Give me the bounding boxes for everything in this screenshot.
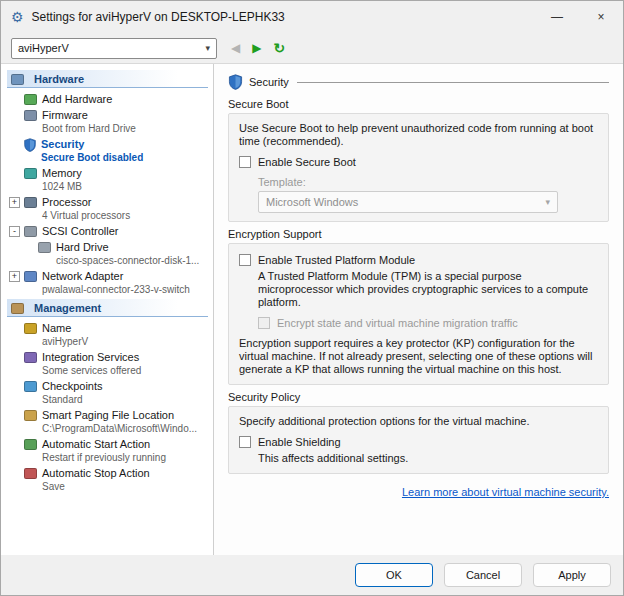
key-protector-description: Encryption support requires a key protec…	[239, 337, 598, 376]
item-label: Automatic Stop Action	[42, 466, 150, 480]
item-label: Automatic Start Action	[42, 437, 166, 451]
sidebar-item-scsi-controller[interactable]: - SCSI Controller	[7, 223, 208, 239]
checkpoints-icon	[24, 381, 37, 392]
auto-stop-icon	[24, 468, 37, 479]
panel-title: Security	[249, 76, 289, 88]
management-section-icon	[11, 303, 24, 314]
learn-more-link[interactable]: Learn more about virtual machine securit…	[402, 486, 609, 498]
header-divider	[297, 82, 609, 83]
sidebar-item-firmware[interactable]: Firmware Boot from Hard Drive	[7, 107, 208, 136]
sidebar-item-memory[interactable]: Memory 1024 MB	[7, 165, 208, 194]
secure-boot-group: Use Secure Boot to help prevent unauthor…	[228, 113, 609, 222]
item-sublabel: cisco-spaces-connector-disk-1...	[56, 254, 199, 267]
enable-secure-boot-checkbox[interactable]: Enable Secure Boot	[239, 156, 598, 168]
refresh-button[interactable]: ↻	[273, 40, 285, 56]
template-label: Template:	[258, 176, 598, 188]
settings-window: ⚙ Settings for aviHyperV on DESKTOP-LEPH…	[0, 0, 624, 596]
item-label: Add Hardware	[42, 92, 112, 106]
item-label: Processor	[42, 195, 130, 209]
sidebar-item-network-adapter[interactable]: + Network Adapter pwalawal-connector-233…	[7, 268, 208, 297]
security-settings-panel: Security Secure Boot Use Secure Boot to …	[214, 64, 623, 555]
content-area: Hardware Add Hardware Firmware Boot from…	[1, 63, 623, 555]
shield-icon	[228, 74, 243, 90]
item-sublabel: 4 Virtual processors	[42, 209, 130, 222]
nav-forward-button[interactable]: ▶	[252, 41, 261, 55]
sidebar-item-auto-stop-action[interactable]: Automatic Stop Action Save	[7, 465, 208, 494]
item-label: Memory	[42, 166, 82, 180]
shielding-note: This affects additional settings.	[258, 452, 598, 465]
checkbox-icon	[239, 254, 251, 266]
security-shield-icon	[23, 138, 37, 152]
sidebar-item-hard-drive[interactable]: Hard Drive cisco-spaces-connector-disk-1…	[21, 239, 208, 268]
item-sublabel: C:\ProgramData\Microsoft\Windo...	[42, 422, 197, 435]
checkbox-label: Enable Shielding	[258, 436, 341, 448]
template-value: Microsoft Windows	[266, 196, 358, 208]
security-header: Security	[228, 74, 609, 90]
item-sublabel: Restart if previously running	[42, 451, 166, 464]
settings-tree: Hardware Add Hardware Firmware Boot from…	[1, 64, 214, 555]
sidebar-item-smart-paging[interactable]: Smart Paging File Location C:\ProgramDat…	[7, 407, 208, 436]
sidebar-item-integration-services[interactable]: Integration Services Some services offer…	[7, 349, 208, 378]
sidebar-item-name[interactable]: Name aviHyperV	[7, 320, 208, 349]
section-label: Hardware	[34, 73, 84, 85]
sidebar-item-add-hardware[interactable]: Add Hardware	[7, 91, 208, 107]
processor-icon	[24, 197, 37, 208]
apply-button[interactable]: Apply	[533, 563, 611, 587]
item-label: Name	[42, 321, 88, 335]
close-button[interactable]: ×	[579, 1, 623, 33]
item-label: Network Adapter	[42, 269, 190, 283]
item-sublabel: Save	[42, 480, 150, 493]
chevron-down-icon: ▾	[205, 43, 210, 53]
cancel-button[interactable]: Cancel	[444, 563, 522, 587]
expand-toggle[interactable]: +	[9, 271, 20, 282]
scsi-controller-icon	[24, 226, 37, 237]
item-sublabel: aviHyperV	[42, 335, 88, 348]
template-dropdown: Microsoft Windows ▾	[258, 191, 558, 213]
enable-shielding-checkbox[interactable]: Enable Shielding	[239, 436, 598, 448]
secure-boot-description: Use Secure Boot to help prevent unauthor…	[239, 122, 598, 148]
security-policy-group: Specify additional protection options fo…	[228, 406, 609, 474]
sidebar-item-processor[interactable]: + Processor 4 Virtual processors	[7, 194, 208, 223]
dialog-footer: OK Cancel Apply	[1, 555, 623, 595]
checkbox-icon	[239, 436, 251, 448]
item-label: Integration Services	[42, 350, 141, 364]
item-sublabel: Some services offered	[42, 364, 141, 377]
item-label: Checkpoints	[42, 379, 103, 393]
item-sublabel: 1024 MB	[42, 180, 82, 193]
encrypt-traffic-checkbox: Encrypt state and virtual machine migrat…	[258, 317, 598, 329]
chevron-down-icon: ▾	[545, 197, 550, 207]
section-label: Management	[34, 302, 101, 314]
memory-icon	[24, 168, 37, 179]
integration-services-icon	[24, 352, 37, 363]
item-label: SCSI Controller	[42, 224, 118, 238]
item-label: Firmware	[42, 108, 136, 122]
checkbox-icon	[239, 156, 251, 168]
enable-tpm-checkbox[interactable]: Enable Trusted Platform Module	[239, 254, 598, 266]
sidebar-item-auto-start-action[interactable]: Automatic Start Action Restart if previo…	[7, 436, 208, 465]
vm-selector-combobox[interactable]: aviHyperV ▾	[11, 38, 217, 59]
checkbox-label: Encrypt state and virtual machine migrat…	[277, 317, 518, 329]
network-adapter-icon	[24, 271, 37, 282]
item-label: Smart Paging File Location	[42, 408, 197, 422]
item-sublabel: pwalawal-connector-233-v-switch	[42, 283, 190, 296]
sidebar-item-checkpoints[interactable]: Checkpoints Standard	[7, 378, 208, 407]
expand-toggle[interactable]: +	[9, 197, 20, 208]
item-sublabel: Boot from Hard Drive	[42, 122, 136, 135]
item-sublabel: Secure Boot disabled	[41, 151, 143, 164]
sidebar-item-security[interactable]: Security Secure Boot disabled	[7, 136, 208, 165]
item-label: Hard Drive	[56, 240, 199, 254]
ok-button[interactable]: OK	[355, 563, 433, 587]
policy-description: Specify additional protection options fo…	[239, 415, 598, 428]
add-hardware-icon	[24, 94, 37, 105]
minimize-button[interactable]: —	[535, 1, 579, 33]
item-label: Security	[41, 137, 143, 151]
secure-boot-group-title: Secure Boot	[228, 98, 609, 110]
checkbox-icon	[258, 317, 270, 329]
hard-drive-icon	[38, 242, 51, 253]
firmware-icon	[24, 110, 37, 121]
smart-paging-icon	[24, 410, 37, 421]
toolbar: aviHyperV ▾ ◀ ▶ ↻	[1, 33, 623, 63]
collapse-toggle[interactable]: -	[9, 226, 20, 237]
checkbox-label: Enable Trusted Platform Module	[258, 254, 415, 266]
nav-back-button: ◀	[231, 41, 240, 55]
